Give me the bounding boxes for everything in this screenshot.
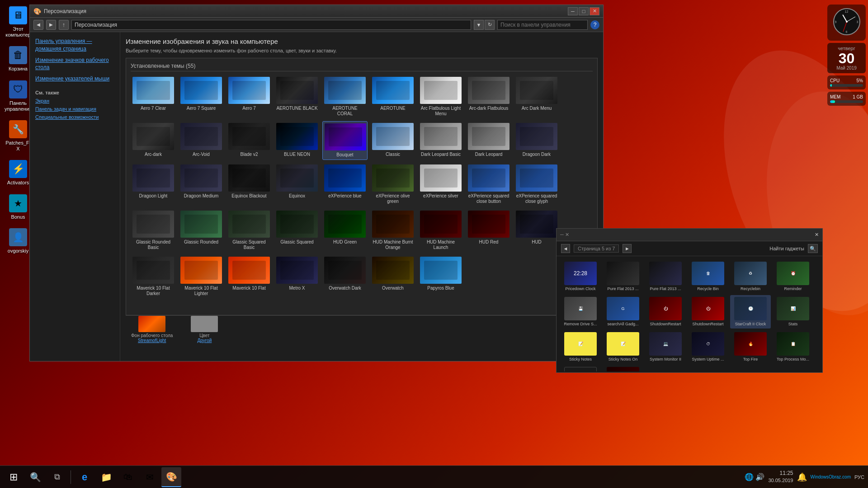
up-button[interactable]: ↑	[59, 20, 69, 30]
sidebar-taskbar-link[interactable]: Панель задач и навигация	[35, 106, 114, 112]
search-input[interactable]	[497, 20, 588, 30]
sidebar-mouse-link[interactable]: Изменение указателей мыши	[35, 75, 114, 83]
gadgets-close-button[interactable]: ✕	[815, 232, 819, 238]
theme-item[interactable]: Arc-dark	[131, 121, 176, 160]
theme-item[interactable]: HUD Machine Burnt Orange	[370, 209, 415, 252]
theme-item[interactable]: Arc Dark Menu	[514, 75, 559, 118]
theme-item[interactable]: Overwatch	[370, 255, 415, 298]
theme-item[interactable]: HUD Green	[322, 209, 368, 252]
maximize-button[interactable]: □	[579, 7, 589, 15]
gadget-item[interactable]: GsearchAll Gadg...	[603, 295, 643, 328]
gadget-thumbnail: ⏱	[692, 332, 724, 356]
back-button[interactable]: ◄	[33, 20, 43, 30]
gadget-item[interactable]: 📊Stats	[773, 295, 813, 328]
gadget-item[interactable]: ⏻ShutdownRestart	[688, 295, 728, 328]
theme-item[interactable]: Metro X	[274, 255, 320, 298]
gadget-name: Reminder	[774, 286, 811, 291]
theme-item[interactable]: Blade v2	[226, 121, 272, 160]
theme-item[interactable]: Dragoon Light	[131, 163, 176, 206]
theme-item[interactable]: Glassic Squared	[274, 209, 320, 252]
theme-item[interactable]: Dark Leopard Basic	[418, 121, 463, 160]
control-panel-taskbar-button[interactable]: 🎨	[161, 467, 181, 487]
theme-item[interactable]: Equinox Blackout	[226, 163, 272, 206]
theme-item[interactable]: Glassic Squared Basic	[226, 209, 272, 252]
explorer-button[interactable]: 📁	[96, 467, 116, 487]
gadget-item[interactable]: 📝Sticky Notes On	[603, 330, 643, 364]
theme-item[interactable]: Overwatch Dark	[322, 255, 368, 298]
gadget-item[interactable]: 🗑Recycle Bin	[688, 260, 728, 293]
wallpaper-item[interactable]: Фон рабочего стола StreamofLight	[131, 316, 173, 343]
theme-item[interactable]: Aero 7 Clear	[131, 75, 176, 118]
help-button[interactable]: ?	[590, 20, 599, 29]
gadget-item[interactable]: 🔥Top Fire	[730, 330, 771, 364]
gadgets-next-button[interactable]: ►	[623, 244, 632, 253]
theme-item[interactable]: Maverick 10 Flat Darker	[131, 255, 176, 298]
minimize-button[interactable]: ─	[568, 7, 578, 15]
taskbar-clock[interactable]: 11:25 30.05.2019	[768, 469, 793, 484]
gadget-item[interactable]: ⏻ShutdownRestart	[645, 295, 686, 328]
gadgets-search-button[interactable]: 🔍	[808, 244, 818, 253]
theme-item[interactable]: eXPerience blue	[322, 163, 368, 206]
theme-item[interactable]: Bouquet	[322, 121, 368, 160]
theme-item[interactable]: Dark Leopard	[466, 121, 511, 160]
sidebar-home-link[interactable]: Панель управления — домашняя страница	[35, 38, 114, 53]
theme-item[interactable]: HUD Machine Launch	[418, 209, 463, 252]
theme-item[interactable]: Arc-dark Flatbulous	[466, 75, 511, 118]
theme-item[interactable]: HUD	[514, 209, 559, 252]
theme-item[interactable]: Classic	[370, 121, 415, 160]
theme-item[interactable]: eXPerience squared close button	[466, 163, 511, 206]
gadget-item[interactable]: Pure Flat 2013 ...	[603, 260, 643, 293]
gadget-item[interactable]: 💾Remove Drive S...	[560, 295, 601, 328]
theme-item[interactable]: eXPerience silver	[418, 163, 463, 206]
theme-item[interactable]: Maverick 10 Flat	[226, 255, 272, 298]
ie-button[interactable]: e	[75, 467, 94, 487]
sidebar-icons-link[interactable]: Изменение значков рабочего стола	[35, 56, 114, 72]
theme-item[interactable]: BLUE NEON	[274, 121, 320, 160]
mail-button[interactable]: ✉	[140, 467, 160, 487]
theme-item[interactable]: HUD Red	[466, 209, 511, 252]
theme-item[interactable]: AEROTUNE	[370, 75, 415, 118]
theme-item[interactable]: Aero 7 Square	[179, 75, 224, 118]
notification-button[interactable]: 🔔	[797, 472, 807, 482]
theme-item[interactable]: Glassic Rounded Basic	[131, 209, 176, 252]
gadget-item[interactable]: ♻Recyclebin	[730, 260, 771, 293]
gadget-item[interactable]: 🕐StarCraft II Clock	[730, 295, 771, 328]
theme-item[interactable]: Arc Flatbulous Light Menu	[418, 75, 463, 118]
forward-button[interactable]: ►	[46, 20, 56, 30]
start-button[interactable]: ⊞	[4, 467, 24, 487]
refresh-button[interactable]: ↻	[485, 20, 495, 30]
color-item[interactable]: Цвет Другой	[191, 316, 218, 343]
gadget-item[interactable]: 📝Sticky Notes	[560, 330, 601, 364]
theme-item[interactable]: eXPerience squared close glyph	[514, 163, 559, 206]
store-button[interactable]: 🛍	[118, 467, 138, 487]
gadgets-prev-button[interactable]: ◄	[561, 244, 570, 253]
sidebar-accessibility-link[interactable]: Специальные возможности	[35, 114, 114, 120]
close-button[interactable]: ✕	[590, 7, 599, 15]
theme-item[interactable]: Equinox	[274, 163, 320, 206]
theme-item[interactable]: Dragoon Dark	[514, 121, 559, 160]
theme-item[interactable]: Arc-Void	[179, 121, 224, 160]
theme-item[interactable]: Dragoon Medium	[179, 163, 224, 206]
gadget-item[interactable]: 22:28Pricedown Clock	[560, 260, 601, 293]
themes-container[interactable]: Установленные темы (55) Aero 7 ClearAero…	[126, 58, 598, 315]
gadget-item[interactable]: Pure Flat 2013 ...	[645, 260, 686, 293]
gadget-item[interactable]: ⏰Reminder	[773, 260, 813, 293]
address-bar[interactable]: Персонализация	[71, 20, 471, 30]
theme-item[interactable]: Maverick 10 Flat Lighter	[179, 255, 224, 298]
sidebar-screen-link[interactable]: Экран	[35, 98, 114, 103]
theme-item[interactable]: eXPerience olive green	[370, 163, 415, 206]
task-view-button[interactable]: ⧉	[47, 467, 67, 487]
theme-item[interactable]: AEROTUNE BLACK	[274, 75, 320, 118]
theme-item[interactable]: AEROTUNE CORAL	[322, 75, 368, 118]
gadget-item[interactable]: ⏱System Uptime ...	[688, 330, 728, 364]
theme-item[interactable]: Papyros Blue	[418, 255, 463, 298]
theme-item[interactable]: Aero 7	[226, 75, 272, 118]
theme-thumbnail	[228, 123, 270, 150]
gadget-item[interactable]: 💻System Monitor II	[645, 330, 686, 364]
address-dropdown[interactable]: ▼	[474, 20, 484, 30]
search-button[interactable]: 🔍	[25, 467, 45, 487]
gadget-item[interactable]: ⏻Turn off PC	[603, 365, 643, 371]
theme-item[interactable]: Glassic Rounded	[179, 209, 224, 252]
gadget-item[interactable]: 🕐Transparent - cl...	[560, 365, 601, 371]
gadget-item[interactable]: 📋Top Process Mo...	[773, 330, 813, 364]
